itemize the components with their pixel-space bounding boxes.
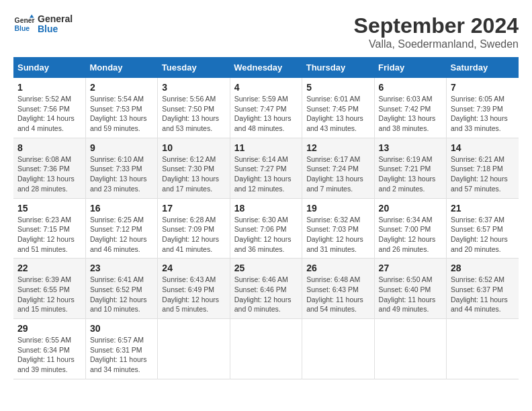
calendar-cell: 8Sunrise: 6:08 AM Sunset: 7:36 PM Daylig… xyxy=(13,138,85,198)
calendar-cell xyxy=(230,319,302,379)
day-detail: Sunrise: 6:17 AM Sunset: 7:24 PM Dayligh… xyxy=(306,154,369,194)
day-detail: Sunrise: 6:23 AM Sunset: 7:15 PM Dayligh… xyxy=(17,215,81,255)
day-detail: Sunrise: 6:52 AM Sunset: 6:37 PM Dayligh… xyxy=(451,275,515,314)
calendar-cell: 23Sunrise: 6:41 AM Sunset: 6:52 PM Dayli… xyxy=(85,259,157,319)
calendar-cell: 2Sunrise: 5:54 AM Sunset: 7:53 PM Daylig… xyxy=(85,78,157,138)
day-detail: Sunrise: 6:32 AM Sunset: 7:03 PM Dayligh… xyxy=(306,215,369,255)
day-detail: Sunrise: 6:34 AM Sunset: 7:00 PM Dayligh… xyxy=(379,215,442,255)
day-detail: Sunrise: 6:03 AM Sunset: 7:42 PM Dayligh… xyxy=(379,94,442,134)
day-number: 22 xyxy=(17,263,81,273)
title-area: September 2024 Valla, Soedermanland, Swe… xyxy=(354,13,519,50)
day-detail: Sunrise: 6:57 AM Sunset: 6:31 PM Dayligh… xyxy=(90,335,153,375)
svg-marker-2 xyxy=(30,15,34,18)
weekday-header-saturday: Saturday xyxy=(447,57,519,78)
day-number: 5 xyxy=(306,82,369,93)
week-row-4: 22Sunrise: 6:39 AM Sunset: 6:55 PM Dayli… xyxy=(13,259,519,319)
day-detail: Sunrise: 6:25 AM Sunset: 7:12 PM Dayligh… xyxy=(90,215,153,255)
calendar-cell: 9Sunrise: 6:10 AM Sunset: 7:33 PM Daylig… xyxy=(85,138,157,198)
day-detail: Sunrise: 6:50 AM Sunset: 6:40 PM Dayligh… xyxy=(379,275,442,314)
calendar-cell: 5Sunrise: 6:01 AM Sunset: 7:45 PM Daylig… xyxy=(302,78,374,138)
day-detail: Sunrise: 6:12 AM Sunset: 7:30 PM Dayligh… xyxy=(162,154,225,194)
svg-text:Blue: Blue xyxy=(15,25,30,32)
day-detail: Sunrise: 6:08 AM Sunset: 7:36 PM Dayligh… xyxy=(17,154,81,194)
header: General Blue General Blue September 2024… xyxy=(13,13,519,50)
day-number: 2 xyxy=(90,82,153,93)
day-number: 11 xyxy=(234,142,298,153)
week-row-2: 8Sunrise: 6:08 AM Sunset: 7:36 PM Daylig… xyxy=(13,138,519,198)
day-detail: Sunrise: 6:55 AM Sunset: 6:34 PM Dayligh… xyxy=(17,335,81,375)
day-detail: Sunrise: 6:41 AM Sunset: 6:52 PM Dayligh… xyxy=(90,275,153,314)
calendar-cell: 24Sunrise: 6:43 AM Sunset: 6:49 PM Dayli… xyxy=(158,259,230,319)
day-number: 21 xyxy=(451,203,515,214)
day-number: 9 xyxy=(90,142,153,153)
day-detail: Sunrise: 6:43 AM Sunset: 6:49 PM Dayligh… xyxy=(162,275,225,314)
weekday-header-row: SundayMondayTuesdayWednesdayThursdayFrid… xyxy=(13,57,519,78)
day-detail: Sunrise: 6:37 AM Sunset: 6:57 PM Dayligh… xyxy=(451,215,515,255)
day-number: 20 xyxy=(379,203,442,214)
calendar-table: SundayMondayTuesdayWednesdayThursdayFrid… xyxy=(13,57,519,379)
calendar-cell xyxy=(302,319,374,379)
calendar-cell: 26Sunrise: 6:48 AM Sunset: 6:43 PM Dayli… xyxy=(302,259,374,319)
day-number: 1 xyxy=(17,82,81,93)
calendar-cell: 17Sunrise: 6:28 AM Sunset: 7:09 PM Dayli… xyxy=(158,198,230,259)
week-row-5: 29Sunrise: 6:55 AM Sunset: 6:34 PM Dayli… xyxy=(13,319,519,379)
calendar-cell: 29Sunrise: 6:55 AM Sunset: 6:34 PM Dayli… xyxy=(13,319,85,379)
calendar-cell: 1Sunrise: 5:52 AM Sunset: 7:56 PM Daylig… xyxy=(13,78,85,138)
calendar-cell: 27Sunrise: 6:50 AM Sunset: 6:40 PM Dayli… xyxy=(374,259,446,319)
calendar-cell: 20Sunrise: 6:34 AM Sunset: 7:00 PM Dayli… xyxy=(374,198,446,259)
day-number: 10 xyxy=(162,142,225,153)
day-detail: Sunrise: 5:54 AM Sunset: 7:53 PM Dayligh… xyxy=(90,94,153,134)
logo-line2: Blue xyxy=(38,24,73,34)
day-detail: Sunrise: 6:21 AM Sunset: 7:18 PM Dayligh… xyxy=(451,154,515,194)
calendar-cell: 21Sunrise: 6:37 AM Sunset: 6:57 PM Dayli… xyxy=(447,198,519,259)
weekday-header-friday: Friday xyxy=(374,57,446,78)
day-number: 29 xyxy=(17,323,81,334)
calendar-cell: 15Sunrise: 6:23 AM Sunset: 7:15 PM Dayli… xyxy=(13,198,85,259)
day-number: 12 xyxy=(306,142,369,153)
day-number: 18 xyxy=(234,203,298,214)
calendar-cell: 30Sunrise: 6:57 AM Sunset: 6:31 PM Dayli… xyxy=(85,319,157,379)
calendar-cell: 18Sunrise: 6:30 AM Sunset: 7:06 PM Dayli… xyxy=(230,198,302,259)
logo-line1: General xyxy=(38,14,73,24)
day-number: 15 xyxy=(17,203,81,214)
calendar-cell: 16Sunrise: 6:25 AM Sunset: 7:12 PM Dayli… xyxy=(85,198,157,259)
calendar-cell xyxy=(447,319,519,379)
day-detail: Sunrise: 6:30 AM Sunset: 7:06 PM Dayligh… xyxy=(234,215,298,255)
day-detail: Sunrise: 6:01 AM Sunset: 7:45 PM Dayligh… xyxy=(306,94,369,134)
day-detail: Sunrise: 6:46 AM Sunset: 6:46 PM Dayligh… xyxy=(234,275,298,314)
calendar-cell: 22Sunrise: 6:39 AM Sunset: 6:55 PM Dayli… xyxy=(13,259,85,319)
day-detail: Sunrise: 5:59 AM Sunset: 7:47 PM Dayligh… xyxy=(234,94,298,134)
calendar-subtitle: Valla, Soedermanland, Sweden xyxy=(354,38,519,50)
day-detail: Sunrise: 5:52 AM Sunset: 7:56 PM Dayligh… xyxy=(17,94,81,134)
day-detail: Sunrise: 6:39 AM Sunset: 6:55 PM Dayligh… xyxy=(17,275,81,314)
calendar-title: September 2024 xyxy=(354,13,519,38)
day-number: 3 xyxy=(162,82,225,93)
calendar-cell: 19Sunrise: 6:32 AM Sunset: 7:03 PM Dayli… xyxy=(302,198,374,259)
week-row-1: 1Sunrise: 5:52 AM Sunset: 7:56 PM Daylig… xyxy=(13,78,519,138)
day-number: 14 xyxy=(451,142,515,153)
day-number: 23 xyxy=(90,263,153,273)
day-number: 27 xyxy=(379,263,442,273)
day-detail: Sunrise: 6:28 AM Sunset: 7:09 PM Dayligh… xyxy=(162,215,225,255)
weekday-header-wednesday: Wednesday xyxy=(230,57,302,78)
day-number: 19 xyxy=(306,203,369,214)
day-detail: Sunrise: 6:05 AM Sunset: 7:39 PM Dayligh… xyxy=(451,94,515,134)
day-number: 30 xyxy=(90,323,153,334)
weekday-header-sunday: Sunday xyxy=(13,57,85,78)
week-row-3: 15Sunrise: 6:23 AM Sunset: 7:15 PM Dayli… xyxy=(13,198,519,259)
calendar-cell: 7Sunrise: 6:05 AM Sunset: 7:39 PM Daylig… xyxy=(447,78,519,138)
weekday-header-thursday: Thursday xyxy=(302,57,374,78)
calendar-cell: 6Sunrise: 6:03 AM Sunset: 7:42 PM Daylig… xyxy=(374,78,446,138)
day-detail: Sunrise: 6:19 AM Sunset: 7:21 PM Dayligh… xyxy=(379,154,442,194)
day-number: 17 xyxy=(162,203,225,214)
day-number: 4 xyxy=(234,82,298,93)
svg-text:General: General xyxy=(15,17,35,24)
day-detail: Sunrise: 6:48 AM Sunset: 6:43 PM Dayligh… xyxy=(306,275,369,314)
calendar-cell: 13Sunrise: 6:19 AM Sunset: 7:21 PM Dayli… xyxy=(374,138,446,198)
day-number: 26 xyxy=(306,263,369,273)
day-number: 24 xyxy=(162,263,225,273)
calendar-cell: 14Sunrise: 6:21 AM Sunset: 7:18 PM Dayli… xyxy=(447,138,519,198)
day-detail: Sunrise: 6:10 AM Sunset: 7:33 PM Dayligh… xyxy=(90,154,153,194)
logo-icon: General Blue xyxy=(13,13,35,35)
day-number: 16 xyxy=(90,203,153,214)
